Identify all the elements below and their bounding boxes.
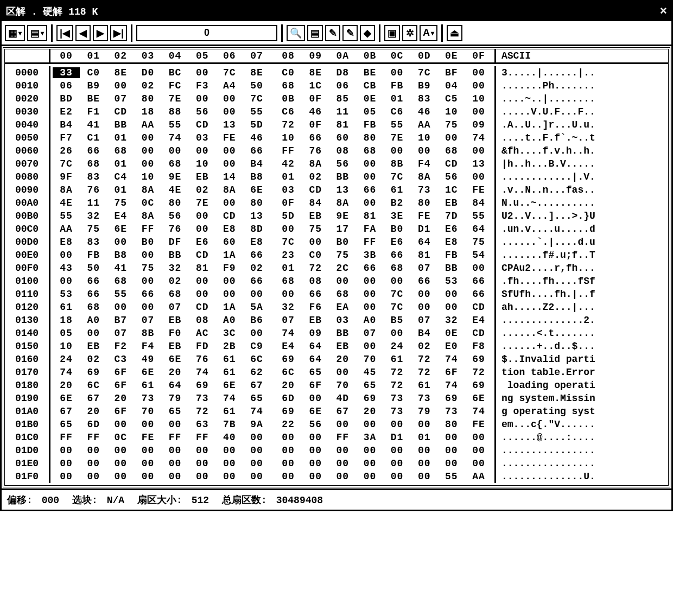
hex-byte[interactable]: B8 <box>243 172 270 182</box>
hex-byte[interactable]: 00 <box>80 445 107 456</box>
ascii-cell[interactable]: $..Invalid parti <box>494 353 668 366</box>
hex-byte[interactable]: 00 <box>189 471 216 482</box>
hex-byte[interactable]: 1A <box>216 250 243 261</box>
hex-byte[interactable]: 40 <box>216 432 243 443</box>
hex-byte[interactable]: 8A <box>302 158 329 169</box>
hex-byte[interactable]: 0F <box>302 93 329 104</box>
hex-byte[interactable]: 01 <box>107 158 134 169</box>
hex-byte[interactable]: 66 <box>80 289 107 300</box>
hex-byte[interactable]: 00 <box>465 67 492 78</box>
tool2-icon[interactable]: ✎ <box>342 25 358 41</box>
hex-byte[interactable]: 32 <box>438 315 465 326</box>
hex-byte[interactable]: 7C <box>53 158 80 169</box>
ascii-cell[interactable]: .......Ph....... <box>494 79 668 92</box>
hex-byte[interactable]: 6F <box>107 380 134 391</box>
hex-byte[interactable]: 00 <box>216 289 243 300</box>
hex-byte[interactable]: FF <box>134 224 161 234</box>
hex-byte[interactable]: C6 <box>275 106 302 117</box>
hex-byte[interactable]: 7C <box>384 289 411 300</box>
hex-byte[interactable]: BC <box>162 67 189 78</box>
hex-byte[interactable]: DF <box>162 237 189 247</box>
hex-byte[interactable]: 00 <box>80 458 107 469</box>
hex-byte[interactable]: 55 <box>162 119 189 130</box>
hex-byte[interactable]: 55 <box>438 471 465 482</box>
hex-byte[interactable]: 00 <box>384 458 411 469</box>
hex-byte[interactable]: 00 <box>356 158 383 169</box>
hex-byte[interactable]: 73 <box>411 185 438 195</box>
hex-byte[interactable]: 69 <box>80 367 107 378</box>
hex-byte[interactable]: 00 <box>411 419 438 430</box>
hex-byte[interactable]: CD <box>302 185 329 195</box>
hex-byte[interactable]: 00 <box>216 445 243 456</box>
save-button[interactable]: ▤ <box>27 25 47 41</box>
ascii-cell[interactable]: ....~..|........ <box>494 92 668 105</box>
hex-byte[interactable]: 76 <box>162 224 189 234</box>
ascii-cell[interactable]: g operating syst <box>494 405 668 418</box>
hex-byte[interactable]: 00 <box>107 302 134 313</box>
hex-byte[interactable]: 83 <box>80 237 107 247</box>
hex-byte[interactable]: 46 <box>411 106 438 117</box>
hex-byte[interactable]: 00 <box>384 67 411 78</box>
hex-byte[interactable]: 09 <box>302 328 329 339</box>
ascii-cell[interactable]: ......`.|....d.u <box>494 236 668 249</box>
hex-byte[interactable]: 56 <box>329 158 356 169</box>
hex-byte[interactable]: 66 <box>411 276 438 287</box>
hex-byte[interactable]: B4 <box>411 328 438 339</box>
hex-byte[interactable]: 84 <box>465 198 492 208</box>
hex-byte[interactable]: 00 <box>411 445 438 456</box>
hex-byte[interactable]: EB <box>189 172 216 182</box>
ascii-cell[interactable]: ng system.Missin <box>494 392 668 405</box>
hex-byte[interactable]: 81 <box>356 211 383 221</box>
hex-byte[interactable]: 09 <box>465 119 492 130</box>
ascii-cell[interactable]: ....t..F.f`.~..t <box>494 131 668 144</box>
hex-byte[interactable]: 23 <box>275 250 302 261</box>
hex-byte[interactable]: EA <box>329 302 356 313</box>
hex-byte[interactable]: F2 <box>107 341 134 352</box>
hex-byte[interactable]: 20 <box>53 380 80 391</box>
hex-byte[interactable]: 80 <box>134 93 161 104</box>
hex-byte[interactable]: 10 <box>189 158 216 169</box>
hex-byte[interactable]: 3B <box>356 250 383 261</box>
hex-byte[interactable]: 72 <box>302 263 329 274</box>
hex-byte[interactable]: 73 <box>384 393 411 404</box>
ascii-cell[interactable]: ......<.t....... <box>494 327 668 340</box>
hex-byte[interactable]: 81 <box>411 250 438 261</box>
hex-byte[interactable]: 61 <box>216 367 243 378</box>
hex-byte[interactable]: B0 <box>329 237 356 247</box>
hex-byte[interactable]: B4 <box>53 119 80 130</box>
hex-byte[interactable]: E6 <box>384 237 411 247</box>
copy-icon[interactable]: ▣ <box>384 25 400 41</box>
hex-byte[interactable]: 75 <box>80 224 107 234</box>
hex-byte[interactable]: 6E <box>243 185 270 195</box>
hex-byte[interactable]: 00 <box>53 276 80 287</box>
hex-byte[interactable]: 00 <box>80 328 107 339</box>
hex-byte[interactable]: 0B <box>275 93 302 104</box>
hex-byte[interactable]: 00 <box>243 458 270 469</box>
hex-byte[interactable]: 0C <box>107 432 134 443</box>
hex-byte[interactable]: 7C <box>275 237 302 247</box>
hex-byte[interactable]: 22 <box>275 419 302 430</box>
hex-byte[interactable]: 41 <box>107 263 134 274</box>
hex-byte[interactable]: 32 <box>162 263 189 274</box>
hex-byte[interactable]: F9 <box>216 263 243 274</box>
gear-icon[interactable]: ✲ <box>402 25 417 41</box>
hex-byte[interactable]: 00 <box>216 93 243 104</box>
hex-byte[interactable]: 01 <box>107 185 134 195</box>
hex-byte[interactable]: 02 <box>243 263 270 274</box>
hex-byte[interactable]: 74 <box>216 393 243 404</box>
hex-byte[interactable]: 20 <box>329 354 356 365</box>
hex-byte[interactable]: 6F <box>302 380 329 391</box>
hex-byte[interactable]: 00 <box>465 432 492 443</box>
hex-byte[interactable]: 20 <box>275 380 302 391</box>
hex-byte[interactable]: 13 <box>465 158 492 169</box>
ascii-cell[interactable]: CPAu2....r,fh... <box>494 262 668 275</box>
hex-byte[interactable]: 80 <box>243 198 270 208</box>
hex-byte[interactable]: F0 <box>162 328 189 339</box>
hex-byte[interactable]: 24 <box>53 354 80 365</box>
hex-byte[interactable]: E8 <box>438 237 465 247</box>
hex-byte[interactable]: 32 <box>275 302 302 313</box>
hex-byte[interactable]: 00 <box>384 445 411 456</box>
hex-byte[interactable]: 00 <box>438 445 465 456</box>
hex-byte[interactable]: 9A <box>243 419 270 430</box>
hex-byte[interactable]: 00 <box>107 80 134 91</box>
